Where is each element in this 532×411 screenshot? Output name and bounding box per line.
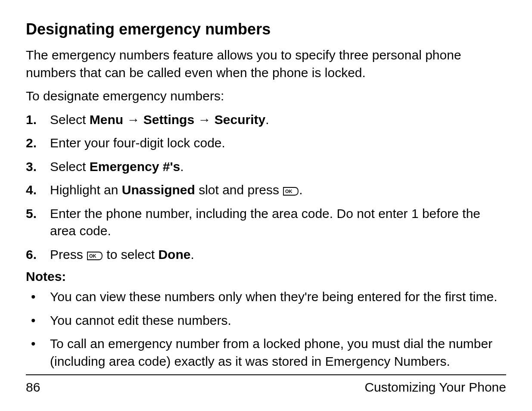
page-number: 86 bbox=[26, 379, 40, 395]
step-text: . bbox=[299, 183, 302, 197]
ok-key-icon: OK bbox=[87, 251, 103, 261]
note-item: You cannot edit these numbers. bbox=[26, 312, 506, 330]
step-1: Select Menu → Settings → Security. bbox=[26, 111, 506, 129]
step-text: Press bbox=[50, 247, 87, 262]
document-page: Designating emergency numbers The emerge… bbox=[0, 0, 532, 411]
steps-list: Select Menu → Settings → Security. Enter… bbox=[26, 111, 506, 264]
security-label: Security bbox=[215, 112, 265, 127]
arrow-icon: → bbox=[198, 112, 211, 127]
step-2: Enter your four-digit lock code. bbox=[26, 134, 506, 152]
unassigned-label: Unassigned bbox=[122, 183, 195, 197]
step-6: Press OK to select Done. bbox=[26, 246, 506, 264]
footer-row: 86 Customizing Your Phone bbox=[26, 379, 506, 395]
done-label: Done bbox=[158, 247, 190, 262]
step-3: Select Emergency #'s. bbox=[26, 158, 506, 176]
step-text: . bbox=[180, 159, 184, 174]
page-footer: 86 Customizing Your Phone bbox=[26, 374, 506, 395]
ok-key-icon: OK bbox=[283, 187, 299, 196]
arrow-icon: → bbox=[127, 112, 140, 127]
settings-label: Settings bbox=[143, 112, 194, 127]
notes-list: You can view these numbers only when the… bbox=[26, 288, 506, 370]
menu-label: Menu bbox=[90, 112, 123, 127]
notes-heading: Notes: bbox=[26, 269, 506, 284]
step-text: Highlight an bbox=[50, 183, 122, 197]
step-4: Highlight an Unassigned slot and press O… bbox=[26, 181, 506, 199]
svg-text:OK: OK bbox=[89, 253, 96, 258]
step-text: . bbox=[265, 112, 269, 127]
note-item: To call an emergency number from a locke… bbox=[26, 335, 506, 370]
section-heading: Designating emergency numbers bbox=[26, 19, 506, 39]
section-name: Customizing Your Phone bbox=[364, 379, 506, 395]
lead-in-text: To designate emergency numbers: bbox=[26, 87, 506, 105]
emergency-numbers-label: Emergency #'s bbox=[90, 159, 180, 174]
intro-paragraph: The emergency numbers feature allows you… bbox=[26, 47, 506, 81]
step-text: to select bbox=[103, 247, 158, 262]
step-text: . bbox=[190, 247, 194, 262]
step-text: Enter your four-digit lock code. bbox=[50, 136, 225, 150]
svg-text:OK: OK bbox=[285, 189, 292, 194]
step-text: Select bbox=[50, 159, 90, 174]
step-text: Select bbox=[50, 112, 90, 127]
step-text: slot and press bbox=[195, 183, 283, 197]
step-5: Enter the phone number, including the ar… bbox=[26, 205, 506, 240]
note-item: You can view these numbers only when the… bbox=[26, 288, 506, 306]
footer-divider bbox=[26, 374, 506, 375]
step-text: Enter the phone number, including the ar… bbox=[50, 206, 480, 238]
